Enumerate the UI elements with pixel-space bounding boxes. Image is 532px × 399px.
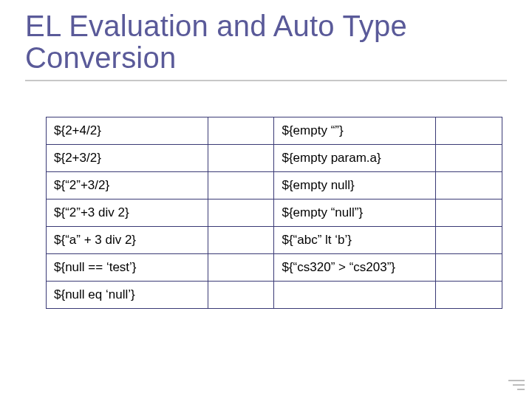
expr-cell: ${“abc” lt ‘b’}	[274, 227, 436, 254]
result-cell	[208, 227, 274, 254]
expr-cell: ${“cs320” > “cs203”}	[274, 254, 436, 282]
table-row: ${null eq ‘null’}	[47, 282, 502, 309]
expr-cell	[274, 282, 436, 309]
result-cell	[208, 117, 274, 145]
expr-cell: ${“a” + 3 div 2}	[47, 227, 208, 254]
result-cell	[436, 145, 502, 172]
table-row: ${“a” + 3 div 2} ${“abc” lt ‘b’}	[47, 227, 502, 254]
title-underline	[25, 80, 507, 81]
expr-cell: ${empty “null”}	[274, 200, 436, 227]
expr-cell: ${empty “”}	[274, 117, 436, 145]
expr-cell: ${2+4/2}	[47, 117, 208, 145]
table-row: ${2+3/2} ${empty param.a}	[47, 145, 502, 172]
expr-cell: ${null == ‘test’}	[47, 254, 208, 282]
page-title: EL Evaluation and Auto Type Conversion	[25, 10, 507, 74]
expr-cell: ${empty param.a}	[274, 145, 436, 172]
result-cell	[208, 200, 274, 227]
table-row: ${“2”+3/2} ${empty null}	[47, 172, 502, 200]
slide: EL Evaluation and Auto Type Conversion $…	[0, 0, 532, 399]
result-cell	[436, 117, 502, 145]
expr-cell: ${2+3/2}	[47, 145, 208, 172]
corner-decoration-icon	[507, 375, 525, 393]
result-cell	[208, 145, 274, 172]
table-row: ${“2”+3 div 2} ${empty “null”}	[47, 200, 502, 227]
table-row: ${null == ‘test’} ${“cs320” > “cs203”}	[47, 254, 502, 282]
table-container: ${2+4/2} ${empty “”} ${2+3/2} ${empty pa…	[25, 117, 507, 309]
result-cell	[208, 282, 274, 309]
result-cell	[436, 254, 502, 282]
result-cell	[436, 282, 502, 309]
expr-cell: ${“2”+3 div 2}	[47, 200, 208, 227]
result-cell	[436, 172, 502, 200]
el-table: ${2+4/2} ${empty “”} ${2+3/2} ${empty pa…	[46, 117, 502, 309]
expr-cell: ${null eq ‘null’}	[47, 282, 208, 309]
result-cell	[436, 200, 502, 227]
result-cell	[208, 172, 274, 200]
expr-cell: ${“2”+3/2}	[47, 172, 208, 200]
result-cell	[208, 254, 274, 282]
table-row: ${2+4/2} ${empty “”}	[47, 117, 502, 145]
expr-cell: ${empty null}	[274, 172, 436, 200]
result-cell	[436, 227, 502, 254]
